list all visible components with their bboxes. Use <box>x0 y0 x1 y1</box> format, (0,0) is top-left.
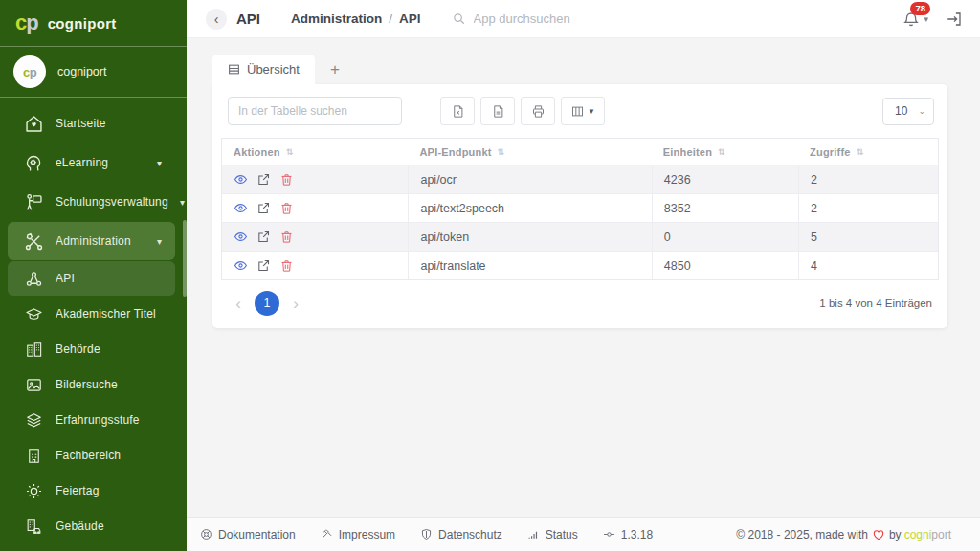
next-page-button[interactable]: › <box>285 296 306 312</box>
version-number: 1.3.18 <box>621 528 653 541</box>
cell-endpoint: api/text2speech <box>408 194 651 222</box>
avatar: cp <box>13 55 46 88</box>
sidebar-item-api[interactable]: API <box>8 261 175 296</box>
logout-button[interactable] <box>946 11 963 28</box>
main-area: ‹ API Administration / API 78 ▾ <box>187 0 980 551</box>
external-link-button[interactable] <box>256 201 271 215</box>
sun-icon <box>23 480 44 501</box>
add-tab-button[interactable]: + <box>330 61 340 77</box>
print-button[interactable] <box>521 97 555 125</box>
sidebar-item-schulungsverwaltung[interactable]: Schulungsverwaltung ▾ <box>8 183 175 221</box>
column-header-aktionen[interactable]: Aktionen⇅ <box>222 139 408 165</box>
view-button[interactable] <box>234 258 248 273</box>
external-link-button[interactable] <box>256 230 271 244</box>
chevron-down-icon: ⌄ <box>918 106 925 116</box>
column-header-einheiten[interactable]: Einheiten⇅ <box>652 139 798 165</box>
table-card: ▼ 10 ⌄ Aktionen⇅ API-Endpunkt⇅ Einheiten… <box>212 84 947 328</box>
export-pdf-button[interactable] <box>480 97 515 125</box>
tab-uebersicht[interactable]: Übersicht <box>212 55 315 84</box>
view-button[interactable] <box>234 172 248 187</box>
columns-icon <box>570 104 585 119</box>
breadcrumb-section[interactable]: Administration <box>291 11 382 26</box>
pagination-summary: 1 bis 4 von 4 Einträgen <box>819 298 932 309</box>
heart-icon <box>872 528 885 541</box>
external-link-icon <box>256 172 271 187</box>
sidebar-item-gebaeude[interactable]: Gebäude <box>8 509 175 543</box>
export-excel-button[interactable] <box>440 97 475 125</box>
printer-icon <box>531 104 546 119</box>
footer-brand[interactable]: cogniport <box>904 528 951 541</box>
sidebar-nav: Startseite eLearning ▾ Schulungsverwaltu… <box>0 98 187 551</box>
footer-link-dokumentation[interactable]: Dokumentation <box>200 528 296 541</box>
table-toolbar: ▼ 10 ⌄ <box>212 97 947 138</box>
sidebar-item-elearning[interactable]: eLearning ▾ <box>8 143 175 182</box>
eye-icon <box>234 258 248 273</box>
notifications-button[interactable]: 78 ▾ <box>902 11 928 28</box>
content-area: Übersicht + <box>187 38 980 517</box>
prev-page-button[interactable]: ‹ <box>228 296 249 312</box>
footer: Dokumentation Impressum Datenschutz Stat… <box>187 517 980 551</box>
app-search-input[interactable] <box>474 11 617 26</box>
chevron-down-icon: ▾ <box>180 197 185 208</box>
sort-icon[interactable]: ⇅ <box>718 147 725 157</box>
trash-icon <box>279 172 294 187</box>
delete-button[interactable] <box>279 201 294 215</box>
footer-link-status[interactable]: Status <box>527 528 578 541</box>
external-link-button[interactable] <box>256 172 271 187</box>
user-profile[interactable]: cp cogniport <box>0 47 187 97</box>
cell-zugriffe: 2 <box>798 165 938 193</box>
sort-icon[interactable]: ⇅ <box>857 147 864 157</box>
trash-icon <box>279 230 294 244</box>
sidebar-item-behoerde[interactable]: Behörde <box>8 332 175 366</box>
page-number-button[interactable]: 1 <box>255 291 279 316</box>
user-name: cogniport <box>57 65 106 78</box>
logout-icon <box>946 11 963 28</box>
back-button[interactable]: ‹ <box>206 9 227 30</box>
delete-button[interactable] <box>279 258 294 273</box>
cogniport-logo-icon: cp <box>15 12 38 33</box>
external-link-button[interactable] <box>256 258 271 273</box>
cell-einheiten: 0 <box>652 223 798 251</box>
delete-button[interactable] <box>279 172 294 187</box>
sidebar-item-administration[interactable]: Administration ▾ <box>8 222 175 260</box>
page-title: API <box>236 11 260 27</box>
sidebar-item-fachbereich[interactable]: Fachbereich <box>8 438 175 473</box>
sidebar-item-bildersuche[interactable]: Bildersuche <box>8 367 175 402</box>
table-row: api/ocr 4236 2 <box>222 165 938 193</box>
view-button[interactable] <box>234 230 248 244</box>
sidebar-item-erfahrungsstufe[interactable]: Erfahrungsstufe <box>8 403 175 437</box>
eye-icon <box>234 172 248 187</box>
excel-file-icon <box>451 104 465 119</box>
page-size-select[interactable]: 10 ⌄ <box>882 98 934 125</box>
brand-logo[interactable]: cp cogniport <box>0 0 187 46</box>
breadcrumb-page[interactable]: API <box>399 11 421 26</box>
sort-icon[interactable]: ⇅ <box>286 147 294 157</box>
sort-icon[interactable]: ⇅ <box>498 147 505 157</box>
sidebar-item-kategorie[interactable]: Kategorie <box>8 544 175 551</box>
table-row: api/text2speech 8352 2 <box>222 193 938 222</box>
trash-icon <box>279 201 294 215</box>
external-link-icon <box>256 230 271 244</box>
sidebar-item-feiertag[interactable]: Feiertag <box>8 474 175 508</box>
version-indicator: 1.3.18 <box>603 528 653 541</box>
app-window: cp cogniport cp cogniport Startseite eLe… <box>0 0 980 551</box>
buildings-icon <box>23 339 44 360</box>
table-header-row: Aktionen⇅ API-Endpunkt⇅ Einheiten⇅ Zugri… <box>222 139 938 165</box>
delete-button[interactable] <box>279 230 294 244</box>
footer-link-impressum[interactable]: Impressum <box>321 528 395 541</box>
column-visibility-button[interactable]: ▼ <box>561 97 605 125</box>
view-button[interactable] <box>234 201 248 215</box>
column-header-api-endpunkt[interactable]: API-Endpunkt⇅ <box>408 139 651 165</box>
training-icon <box>23 191 44 212</box>
sidebar-item-startseite[interactable]: Startseite <box>8 104 175 143</box>
graduation-cap-icon <box>23 303 44 324</box>
chevron-down-icon: ▼ <box>588 107 595 116</box>
app-search[interactable] <box>452 11 617 26</box>
sidebar-item-akademischer-titel[interactable]: Akademischer Titel <box>8 297 175 331</box>
column-header-zugriffe[interactable]: Zugriffe⇅ <box>798 139 938 165</box>
table-search-input[interactable] <box>228 97 402 125</box>
cell-zugriffe: 2 <box>798 194 938 222</box>
api-icon <box>23 268 44 289</box>
external-link-icon <box>256 258 271 273</box>
footer-link-datenschutz[interactable]: Datenschutz <box>420 528 502 541</box>
